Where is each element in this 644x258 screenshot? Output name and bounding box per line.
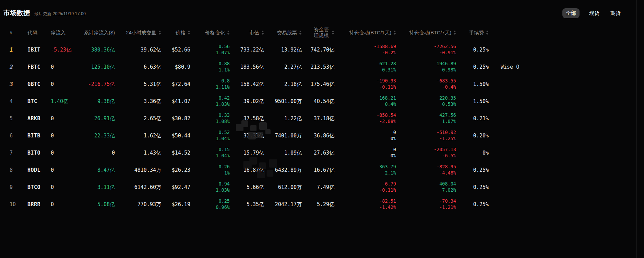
cell-pos-change-1d: -1588.69-0.2%	[334, 44, 396, 56]
cell-rank: 4	[10, 98, 27, 104]
cell-pos-change-1d: -190.93-0.11%	[334, 78, 396, 90]
cell-fee: 0.25%	[456, 64, 489, 70]
cell-pos-change-7d-value: -7262.56	[434, 44, 456, 50]
cell-rank: 3	[10, 81, 27, 88]
cell-volume-24h: 770.93万	[115, 201, 161, 208]
cell-cum-net-inflow: 8.47亿	[82, 167, 115, 173]
cell-pos-change-7d-percent: -1.21%	[439, 204, 456, 211]
cell-code: BTC	[27, 98, 51, 104]
column-header-pos-change-1d[interactable]: 持仓变动(BTC/1天)	[334, 30, 396, 36]
cell-code: HODL	[27, 167, 51, 173]
cell-market-cap: 37.33亿	[230, 133, 264, 139]
cell-pos-change-1d-value: 621.28	[379, 61, 396, 67]
last-update-timestamp: 最后更新:2025/11/19 17:00	[34, 11, 86, 17]
sort-icon	[393, 31, 396, 35]
column-header-price-change[interactable]: 价格变化	[190, 30, 230, 36]
sort-icon	[261, 31, 264, 35]
cell-fee: 0.20%	[456, 133, 489, 139]
table-row[interactable]: 7BITO001.43亿$14.520.151.04%15.79亿1.09亿27…	[0, 144, 644, 161]
cell-shares: 9501.00万	[264, 98, 302, 105]
cell-pos-change-1d-value: -1588.69	[374, 44, 396, 50]
cell-pos-change-1d: 621.280.31%	[334, 61, 396, 73]
table-row[interactable]: 2FBTC0125.10亿6.63亿$80.90.881.1%183.56亿2.…	[0, 58, 644, 76]
column-label: 资金管理规模	[314, 27, 330, 38]
column-label: 累计净流入($)	[84, 30, 115, 36]
column-header-rank: #	[10, 30, 27, 35]
cell-cum-net-inflow: 22.33亿	[82, 133, 115, 139]
cell-pos-change-1d-value: 363.79	[379, 164, 396, 170]
column-header-aum[interactable]: 资金管理规模	[302, 27, 334, 38]
cell-pos-change-7d: -7262.56-0.91%	[396, 44, 456, 56]
cell-aum: 175.46亿	[302, 81, 334, 88]
column-label: 代码	[27, 30, 37, 36]
filter-button-0[interactable]: 全部	[562, 8, 580, 18]
cell-shares: 2.27亿	[264, 64, 302, 70]
cell-fee: 1.50%	[456, 81, 489, 87]
cell-volume-24h: 2.65亿	[115, 115, 161, 122]
cell-rank: 2	[10, 64, 27, 70]
cell-net-inflow: 0	[51, 184, 82, 190]
cell-pos-change-7d: 220.350.53%	[396, 95, 456, 107]
column-header-price[interactable]: 价格	[161, 30, 190, 36]
cell-shares: 7401.00万	[264, 133, 302, 139]
cell-cum-net-inflow: 9.38亿	[82, 98, 115, 105]
table-row[interactable]: 1IBIT-5.23亿380.36亿39.62亿$52.660.561.07%7…	[0, 41, 644, 58]
column-header-shares[interactable]: 交易股票	[264, 30, 302, 36]
column-header-fee[interactable]: 手续费	[456, 30, 489, 36]
cell-rank: 1	[10, 46, 27, 53]
cell-pos-change-7d-value: -2057.13	[434, 147, 456, 153]
filter-button-2[interactable]: 期货	[609, 8, 622, 18]
cell-price: $92.47	[161, 184, 190, 190]
cell-price: $30.82	[161, 115, 190, 122]
cell-price-change: 0.561.07%	[190, 44, 230, 56]
table-row[interactable]: 9BTCO03.11亿6142.60万$92.470.941.03%5.66亿6…	[0, 179, 644, 196]
column-label: 持仓变动(BTC/7天)	[409, 30, 451, 36]
cell-pos-change-1d-percent: -0.11%	[379, 187, 396, 193]
table-row[interactable]: 4BTC1.40亿9.38亿3.36亿$41.070.421.03%39.02亿…	[0, 93, 644, 110]
cell-shares: 612.00万	[264, 184, 302, 191]
sort-icon	[332, 31, 334, 35]
cell-pos-change-7d-percent: 7.02%	[442, 187, 456, 193]
cell-market-cap: 733.22亿	[230, 47, 264, 53]
cell-fee: 0.21%	[456, 115, 489, 122]
cell-pos-change-1d: -82.51-1.42%	[334, 198, 396, 210]
sort-icon	[227, 31, 230, 35]
cell-shares: 1.22亿	[264, 115, 302, 122]
cell-price-change-percent: 1.03%	[216, 101, 230, 108]
cell-pos-change-1d-value: -858.54	[377, 112, 396, 119]
column-header-pos-change-7d[interactable]: 持仓变动(BTC/7天)	[396, 30, 456, 36]
cell-volume-24h: 1.62亿	[115, 133, 161, 139]
cell-price-change-percent: 1.08%	[216, 119, 230, 125]
cell-pos-change-7d-value: -510.92	[437, 130, 456, 136]
cell-pos-change-1d-percent: 2.1%	[385, 170, 396, 176]
column-header-code: 代码	[27, 30, 51, 36]
cell-code: BRRR	[27, 201, 51, 207]
filter-button-1[interactable]: 现货	[588, 8, 601, 18]
cell-price-change-value: 0.15	[218, 147, 230, 153]
cell-fee: 1.50%	[456, 98, 489, 104]
table-row[interactable]: 10BRRR05.08亿770.93万$26.190.250.96%5.35亿2…	[0, 196, 644, 213]
column-header-volume-24h[interactable]: 24小时成交量	[115, 30, 161, 36]
cell-pos-change-7d-percent: -1.25%	[439, 136, 456, 142]
cell-cum-net-inflow: 3.11亿	[82, 184, 115, 191]
cell-volume-24h: 1.43亿	[115, 150, 161, 156]
cell-pos-change-1d-percent: -0.11%	[379, 84, 396, 90]
cell-volume-24h: 6.63亿	[115, 64, 161, 70]
cell-net-inflow: -5.23亿	[51, 47, 82, 53]
cell-market-cap: 5.35亿	[230, 201, 264, 208]
cell-pos-change-7d-value: 408.04	[439, 181, 456, 187]
table-row[interactable]: 6BITB022.33亿1.62亿$50.440.521.04%37.33亿74…	[0, 127, 644, 144]
cell-rank: 5	[10, 115, 27, 122]
cell-market-cap: 15.79亿	[230, 150, 264, 156]
cell-code: ARKB	[27, 115, 51, 122]
table-row[interactable]: 8HODL08.47亿4810.34万$26.230.261%16.87亿643…	[0, 161, 644, 179]
table-row[interactable]: 3GBTC0-216.75亿5.31亿$72.640.81.11%158.42亿…	[0, 76, 644, 93]
sort-icon	[299, 31, 302, 35]
cell-pos-change-7d-percent: 0.98%	[442, 67, 456, 73]
table-row[interactable]: 5ARKB026.91亿2.65亿$30.820.331.08%37.58亿1.…	[0, 110, 644, 127]
cell-volume-24h: 6142.60万	[115, 184, 161, 191]
cell-pos-change-7d-value: 220.35	[439, 95, 456, 101]
table-header-row: #代码净流入累计净流入($)24小时成交量价格价格变化市值交易股票资金管理规模持…	[0, 24, 644, 41]
column-header-market-cap[interactable]: 市值	[230, 30, 264, 36]
cell-cum-net-inflow: 26.91亿	[82, 115, 115, 122]
